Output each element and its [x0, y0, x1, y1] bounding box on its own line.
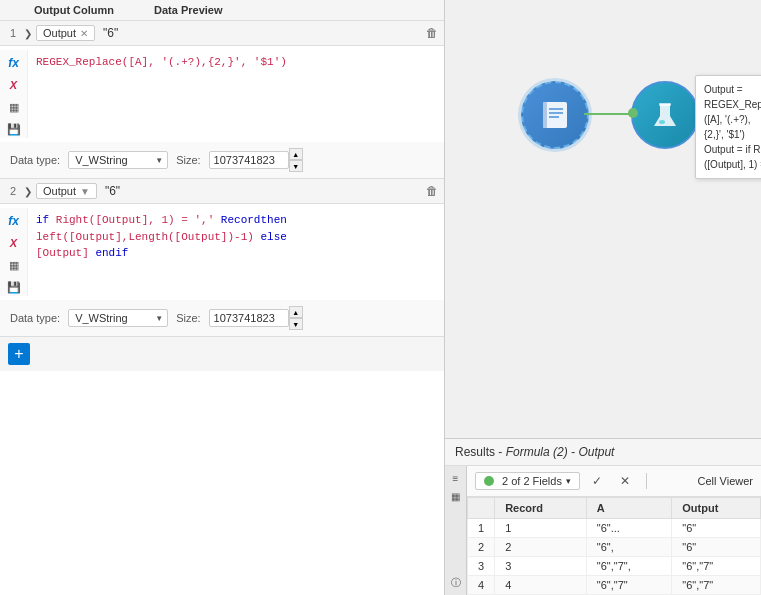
row-num-cell: 3 — [468, 557, 495, 576]
formula-row-2-header: 2 ❯ Output ▼ "6" 🗑 — [0, 179, 444, 204]
a-cell: "6", — [586, 538, 672, 557]
datatype-dropdown-wrap-1: V_WString — [68, 151, 168, 169]
formula-code-1[interactable]: REGEX_Replace([A], '(.+?),{2,}', '$1') — [28, 50, 444, 138]
formula-footer-1: Data type: V_WString Size: 1073741823 ▲ … — [0, 142, 444, 178]
check-btn[interactable]: ✓ — [586, 470, 608, 492]
output-tag-label-1: Output — [43, 27, 76, 39]
output-tag-1[interactable]: Output ✕ — [36, 25, 95, 41]
output-tag-2[interactable]: Output ▼ — [36, 183, 97, 199]
list-view-icon[interactable]: ≡ — [448, 470, 464, 486]
trash-icon-1[interactable]: 🗑 — [426, 26, 438, 40]
results-sidebar-strip: ≡ ▦ ⓘ — [445, 466, 467, 595]
table-row: 4 4 "6","7" "6","7" — [468, 576, 761, 595]
spin-down-2[interactable]: ▼ — [289, 318, 303, 330]
right-panel: Output = REGEX_Replace ([A], '(.+?), {2,… — [445, 0, 761, 595]
size-label-1: Size: — [176, 154, 200, 166]
size-input-2[interactable]: 1073741823 — [209, 309, 289, 327]
output-cell: "6" — [672, 538, 761, 557]
formula-row-1-header: 1 ❯ Output ✕ "6" 🗑 — [0, 21, 444, 46]
output-cell: "6" — [672, 519, 761, 538]
record-cell: 4 — [495, 576, 587, 595]
col-header-a: A — [586, 498, 672, 519]
svg-rect-1 — [543, 102, 547, 128]
results-header: Results - Formula (2) - Output — [445, 439, 761, 466]
table-header-row: Record A Output — [468, 498, 761, 519]
fields-chevron: ▾ — [566, 476, 571, 486]
col-header-record-label: Record — [495, 498, 587, 519]
a-cell: "6","7" — [586, 576, 672, 595]
table-row: 1 1 "6"... "6" — [468, 519, 761, 538]
formula-row-2: 2 ❯ Output ▼ "6" 🗑 fx X ▦ 💾 if Right([Ou… — [0, 179, 444, 337]
datatype-dropdown-wrap-2: V_WString — [68, 309, 168, 327]
results-title: Results - Formula (2) - Output — [455, 445, 614, 459]
output-tag-arrow-2[interactable]: ▼ — [80, 186, 90, 197]
row-num-cell: 2 — [468, 538, 495, 557]
workflow-canvas: Output = REGEX_Replace ([A], '(.+?), {2,… — [445, 0, 761, 438]
cross-btn[interactable]: ✕ — [614, 470, 636, 492]
connector-dot — [628, 108, 638, 118]
col-header-record — [468, 498, 495, 519]
output-cell: "6","7" — [672, 576, 761, 595]
x-sidebar-icon-2[interactable]: X — [5, 234, 23, 252]
formula-editor-panel: Output Column Data Preview 1 ❯ Output ✕ … — [0, 0, 445, 595]
output-tag-label-2: Output — [43, 185, 76, 197]
col-header-output: Output — [672, 498, 761, 519]
size-input-1[interactable]: 1073741823 — [209, 151, 289, 169]
add-row-section: + — [0, 337, 444, 371]
formula-sidebar-1: fx X ▦ 💾 — [0, 50, 28, 138]
chevron-icon-1[interactable]: ❯ — [24, 28, 32, 39]
output-column-header: Output Column — [34, 4, 154, 16]
column-headers: Output Column Data Preview — [0, 0, 444, 21]
help-icon[interactable]: ⓘ — [448, 575, 464, 591]
formula-sidebar-2: fx X ▦ 💾 — [0, 208, 28, 296]
save-icon-2[interactable]: 💾 — [5, 278, 23, 296]
toolbar-divider — [646, 473, 647, 489]
size-label-2: Size: — [176, 312, 200, 324]
results-panel: Results - Formula (2) - Output ≡ ▦ ⓘ 2 o… — [445, 438, 761, 595]
row-num-cell: 4 — [468, 576, 495, 595]
cell-viewer-button[interactable]: Cell Viewer — [698, 475, 753, 487]
fx-icon-1[interactable]: fx — [5, 54, 23, 72]
trash-icon-2[interactable]: 🗑 — [426, 184, 438, 198]
formula-row-1: 1 ❯ Output ✕ "6" 🗑 fx X ▦ 💾 REGEX_Replac… — [0, 21, 444, 179]
record-cell: 3 — [495, 557, 587, 576]
spin-down-1[interactable]: ▼ — [289, 160, 303, 172]
datatype-label-2: Data type: — [10, 312, 60, 324]
results-body: ≡ ▦ ⓘ 2 of 2 Fields ▾ ✓ ✕ Cell Viewer — [445, 466, 761, 595]
formula-body-2: fx X ▦ 💾 if Right([Output], 1) = ',' Rec… — [0, 204, 444, 300]
svg-rect-5 — [659, 103, 671, 106]
data-preview-header: Data Preview — [154, 4, 438, 16]
fx-icon-2[interactable]: fx — [5, 212, 23, 230]
flask-node[interactable] — [630, 80, 700, 150]
formula-code-2[interactable]: if Right([Output], 1) = ',' Recordthen l… — [28, 208, 444, 296]
output-cell: "6","7" — [672, 557, 761, 576]
table-row: 3 3 "6","7", "6","7" — [468, 557, 761, 576]
add-formula-button[interactable]: + — [8, 343, 30, 365]
record-cell: 1 — [495, 519, 587, 538]
book-node[interactable] — [520, 80, 590, 150]
preview-val-2: "6" — [105, 184, 120, 198]
tooltip-box: Output = REGEX_Replace ([A], '(.+?), {2,… — [695, 75, 761, 179]
row-num-1: 1 — [6, 27, 20, 39]
x-sidebar-icon-1[interactable]: X — [5, 76, 23, 94]
table-icon-2[interactable]: ▦ — [5, 256, 23, 274]
spin-up-1[interactable]: ▲ — [289, 148, 303, 160]
green-status-dot — [484, 476, 494, 486]
table-row: 2 2 "6", "6" — [468, 538, 761, 557]
table-icon-1[interactable]: ▦ — [5, 98, 23, 116]
formula-body-1: fx X ▦ 💾 REGEX_Replace([A], '(.+?),{2,}'… — [0, 46, 444, 142]
connector-line — [584, 113, 634, 115]
spin-up-2[interactable]: ▲ — [289, 306, 303, 318]
fields-dropdown[interactable]: 2 of 2 Fields ▾ — [475, 472, 580, 490]
datatype-dropdown-1[interactable]: V_WString — [68, 151, 168, 169]
row-num-cell: 1 — [468, 519, 495, 538]
preview-val-1: "6" — [103, 26, 118, 40]
chevron-icon-2[interactable]: ❯ — [24, 186, 32, 197]
grid-view-icon[interactable]: ▦ — [448, 488, 464, 504]
record-cell: 2 — [495, 538, 587, 557]
size-spinner-2: 1073741823 ▲ ▼ — [209, 306, 303, 330]
output-tag-close-1[interactable]: ✕ — [80, 28, 88, 39]
datatype-dropdown-2[interactable]: V_WString — [68, 309, 168, 327]
canvas-area: Output = REGEX_Replace ([A], '(.+?), {2,… — [445, 0, 761, 438]
save-icon-1[interactable]: 💾 — [5, 120, 23, 138]
